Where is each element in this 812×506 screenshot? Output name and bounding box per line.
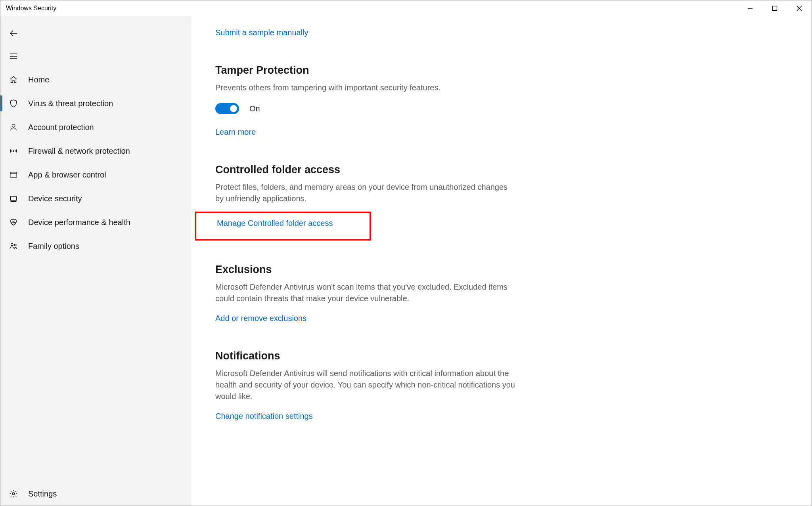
notifications-link[interactable]: Change notification settings — [215, 412, 313, 421]
sidebar-item-label: Family options — [28, 242, 192, 251]
tamper-toggle[interactable] — [215, 103, 239, 114]
person-icon — [9, 123, 28, 132]
section-notifications: Notifications Microsoft Defender Antivir… — [215, 350, 517, 421]
heart-pulse-icon — [9, 218, 28, 227]
sidebar-item-virus[interactable]: Virus & threat protection — [0, 92, 192, 115]
sidebar-item-label: Device performance & health — [28, 218, 192, 227]
nav-toggle-button[interactable] — [0, 45, 192, 68]
sidebar-item-label: Virus & threat protection — [28, 99, 192, 108]
hamburger-icon — [9, 52, 28, 61]
sidebar-item-label: Settings — [28, 489, 192, 498]
sidebar-item-settings[interactable]: Settings — [0, 482, 192, 506]
antenna-icon — [9, 147, 28, 155]
svg-rect-11 — [11, 197, 17, 200]
sidebar-item-appbrowser[interactable]: App & browser control — [0, 163, 192, 187]
section-tamper-protection: Tamper Protection Prevents others from t… — [215, 64, 517, 137]
sidebar-item-label: Account protection — [28, 123, 192, 132]
window-root: Windows Security — [0, 0, 812, 506]
chip-icon — [9, 194, 28, 203]
svg-rect-9 — [10, 172, 17, 178]
sidebar-item-firewall[interactable]: Firewall & network protection — [0, 139, 192, 163]
main-content[interactable]: Submit a sample manually Tamper Protecti… — [192, 16, 812, 506]
maximize-icon — [772, 6, 778, 11]
svg-point-13 — [11, 244, 13, 246]
svg-rect-1 — [773, 6, 777, 11]
tamper-heading: Tamper Protection — [215, 64, 517, 76]
tamper-learn-more-link[interactable]: Learn more — [215, 128, 256, 137]
tamper-toggle-state: On — [249, 104, 260, 113]
app-window-icon — [9, 170, 28, 179]
exclusions-heading: Exclusions — [215, 264, 517, 276]
window-title: Windows Security — [6, 5, 56, 12]
close-icon — [797, 6, 802, 11]
main-inner: Submit a sample manually Tamper Protecti… — [215, 16, 517, 445]
back-icon — [9, 29, 28, 38]
sidebar-item-performance[interactable]: Device performance & health — [0, 210, 192, 234]
people-icon — [9, 242, 28, 250]
gear-icon — [9, 489, 28, 498]
sidebar-spacer — [0, 258, 192, 482]
maximize-button[interactable] — [762, 0, 787, 16]
minimize-button[interactable] — [738, 0, 762, 16]
submit-sample-link[interactable]: Submit a sample manually — [215, 28, 308, 37]
sidebar-item-label: App & browser control — [28, 170, 192, 179]
svg-point-15 — [12, 493, 15, 495]
notifications-heading: Notifications — [215, 350, 517, 362]
back-button[interactable] — [0, 22, 192, 45]
section-controlled-folder-access: Controlled folder access Protect files, … — [215, 164, 517, 241]
minimize-icon — [747, 6, 753, 11]
sidebar-item-home[interactable]: Home — [0, 68, 192, 92]
window-controls — [738, 0, 812, 16]
sidebar: Home Virus & threat protection Account p… — [0, 16, 192, 506]
sidebar-item-label: Device security — [28, 194, 192, 203]
body: Home Virus & threat protection Account p… — [0, 16, 812, 506]
titlebar: Windows Security — [0, 0, 812, 16]
section-submit-sample: Submit a sample manually — [215, 26, 517, 37]
notifications-description: Microsoft Defender Antivirus will send n… — [215, 368, 517, 402]
sidebar-item-label: Firewall & network protection — [28, 147, 192, 156]
svg-point-8 — [13, 151, 14, 152]
shield-icon — [9, 99, 28, 108]
cfa-highlight-box: Manage Controlled folder access — [195, 212, 371, 241]
sidebar-item-account[interactable]: Account protection — [0, 115, 192, 139]
svg-point-7 — [12, 124, 15, 127]
close-button[interactable] — [787, 0, 812, 16]
tamper-toggle-row: On — [215, 103, 517, 114]
svg-point-14 — [14, 244, 16, 246]
home-icon — [9, 75, 28, 84]
sidebar-item-label: Home — [28, 75, 192, 84]
cfa-description: Protect files, folders, and memory areas… — [215, 181, 517, 204]
manage-cfa-link[interactable]: Manage Controlled folder access — [217, 219, 333, 228]
section-exclusions: Exclusions Microsoft Defender Antivirus … — [215, 264, 517, 323]
exclusions-description: Microsoft Defender Antivirus won't scan … — [215, 281, 517, 304]
exclusions-link[interactable]: Add or remove exclusions — [215, 314, 306, 323]
tamper-description: Prevents others from tampering with impo… — [215, 82, 517, 94]
sidebar-item-device-security[interactable]: Device security — [0, 187, 192, 210]
sidebar-item-family[interactable]: Family options — [0, 234, 192, 258]
cfa-heading: Controlled folder access — [215, 164, 517, 176]
